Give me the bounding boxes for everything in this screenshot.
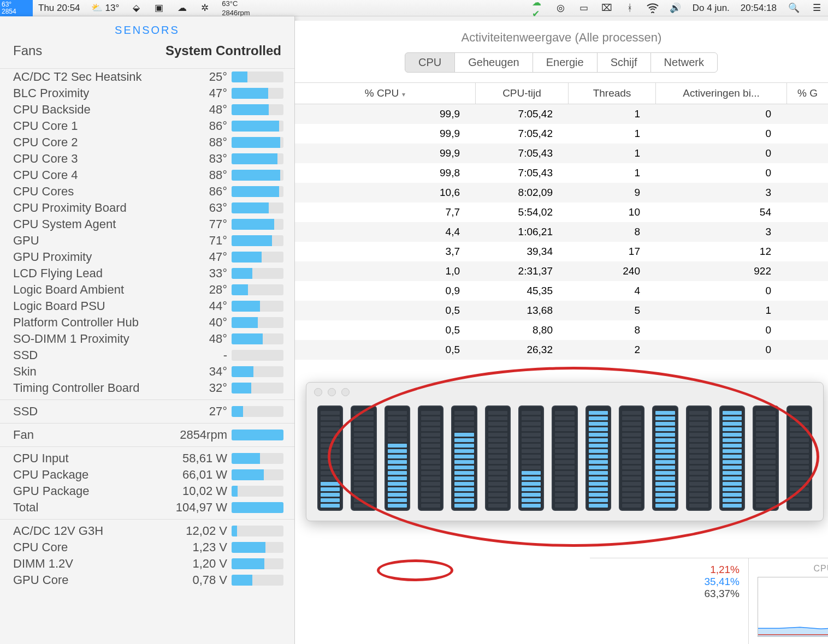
- sensor-bar: [232, 104, 283, 115]
- table-row[interactable]: 7,7 5:54,02 10 54: [295, 202, 828, 222]
- badge-rpm: 2854: [2, 8, 31, 15]
- minimize-icon[interactable]: [328, 388, 336, 396]
- cloud-sync-icon[interactable]: ☁✔: [532, 2, 544, 14]
- cell-act: 0: [655, 285, 786, 297]
- table-row[interactable]: 99,9 7:05,42 1 0: [295, 104, 828, 124]
- cpu-core-bar: [753, 406, 778, 511]
- menubar-sensor-badge[interactable]: 63° 2854: [0, 0, 33, 16]
- chevron-down-icon: ▾: [402, 91, 405, 98]
- cpu-core-bar: [418, 406, 443, 511]
- cell-act: 12: [655, 246, 786, 258]
- sensor-name: Logic Board PSU: [13, 299, 171, 313]
- sensor-row: Timing Controller Board 32°: [0, 380, 294, 396]
- sensor-bar: [232, 284, 283, 295]
- menubar-cpu-meter[interactable]: 63°C 2846rpm: [216, 0, 255, 16]
- sensor-row: GPU Core 0,78 V: [0, 572, 294, 588]
- menubar-time[interactable]: 20:54:18: [735, 3, 782, 14]
- sensor-bar: [232, 406, 283, 417]
- sensor-name: CPU Proximity Board: [13, 201, 171, 215]
- sensor-row: GPU 71°: [0, 232, 294, 249]
- sensor-bar: [232, 333, 283, 344]
- tab-netwerk[interactable]: Netwerk: [650, 52, 718, 73]
- sensor-value: 47°: [171, 250, 232, 264]
- dropbox-icon[interactable]: ⬙: [130, 2, 142, 14]
- table-row[interactable]: 0,5 13,68 5 1: [295, 301, 828, 320]
- table-row[interactable]: 0,5 8,80 8 0: [295, 320, 828, 340]
- sensor-name: BLC Proximity: [13, 86, 171, 100]
- cell-threads: 8: [568, 324, 655, 336]
- weather-temp: 13°: [105, 3, 120, 14]
- menubar: 63° 2854 Thu 20:54 ⛅ 13° ⬙ ▣ ☁ ✲ 63°C 28…: [0, 0, 828, 16]
- sensors-title: SENSORS: [0, 16, 294, 42]
- wifi-icon[interactable]: [647, 2, 659, 14]
- sensor-row: Logic Board PSU 44°: [0, 298, 294, 314]
- table-row[interactable]: 10,6 8:02,09 9 3: [295, 183, 828, 202]
- cell-time: 45,35: [475, 285, 568, 297]
- tab-cpu[interactable]: CPU: [405, 52, 455, 73]
- table-row[interactable]: 99,8 7:05,43 1 0: [295, 163, 828, 183]
- sensors-panel: SENSORS Fans System Controlled AC/DC T2 …: [0, 16, 295, 644]
- android-icon[interactable]: ◎: [555, 2, 567, 14]
- cell-cpu: 0,5: [295, 344, 475, 356]
- sensor-row: BLC Proximity 47°: [0, 85, 294, 102]
- sensor-row: DIMM 1.2V 1,20 V: [0, 556, 294, 572]
- cell-time: 26,32: [475, 344, 568, 356]
- sensor-name: GPU Proximity: [13, 250, 171, 264]
- menubar-date[interactable]: Do 4 jun.: [687, 3, 735, 14]
- sensor-row: CPU Core 1 86°: [0, 118, 294, 134]
- sensor-value: 48°: [171, 103, 232, 117]
- sensor-row: CPU Core 4 88°: [0, 167, 294, 183]
- sensor-name: Fan: [13, 428, 171, 442]
- display-icon[interactable]: ▭: [578, 2, 590, 14]
- table-row[interactable]: 3,7 39,34 17 12: [295, 242, 828, 261]
- cell-act: 0: [655, 147, 786, 159]
- close-icon[interactable]: [314, 388, 322, 396]
- cell-act: 0: [655, 324, 786, 336]
- cell-time: 7:05,43: [475, 147, 568, 159]
- table-row[interactable]: 99,9 7:05,42 1 0: [295, 124, 828, 144]
- cell-time: 7:05,42: [475, 128, 568, 140]
- col-gpu[interactable]: % G: [786, 83, 828, 104]
- menubar-weather[interactable]: ⛅ 13°: [86, 2, 125, 14]
- fans-label: Fans: [13, 43, 42, 58]
- tab-geheugen[interactable]: Geheugen: [454, 52, 533, 73]
- tab-schijf[interactable]: Schijf: [597, 52, 651, 73]
- sensor-bar: [232, 88, 283, 99]
- fan-icon[interactable]: ✲: [199, 2, 211, 14]
- sensor-name: GPU Core: [13, 573, 171, 587]
- col-cputime[interactable]: CPU-tijd: [475, 83, 568, 104]
- cell-act: 922: [655, 265, 786, 277]
- cpu-rpm: 2846rpm: [222, 9, 250, 16]
- terminal-icon[interactable]: ▣: [153, 2, 165, 14]
- sensor-bar: [232, 558, 283, 569]
- sensor-row: CPU Cores 86°: [0, 183, 294, 200]
- volume-icon[interactable]: 🔊: [670, 2, 682, 14]
- table-row[interactable]: 4,4 1:06,21 8 3: [295, 222, 828, 242]
- sensor-bar: [232, 453, 283, 464]
- fans-mode[interactable]: System Controlled: [165, 43, 281, 58]
- cpu-core-window[interactable]: [306, 382, 824, 521]
- table-row[interactable]: 0,9 45,35 4 0: [295, 281, 828, 301]
- col-activations[interactable]: Activeringen bi...: [655, 83, 786, 104]
- col-cpu[interactable]: % CPU▾: [295, 83, 475, 104]
- sensor-value: 77°: [171, 217, 232, 231]
- cell-cpu: 4,4: [295, 226, 475, 238]
- sensor-name: AC/DC T2 Sec Heatsink: [13, 70, 171, 84]
- bluetooth-icon[interactable]: ᚼ: [624, 2, 636, 14]
- window-controls[interactable]: [314, 388, 350, 396]
- table-row[interactable]: 1,0 2:31,37 240 922: [295, 261, 828, 281]
- keyboard-icon[interactable]: ⌧: [601, 2, 613, 14]
- sensor-name: SO-DIMM 1 Proximity: [13, 332, 171, 346]
- notifications-icon[interactable]: ☰: [811, 2, 823, 14]
- process-list[interactable]: 99,9 7:05,42 1 0 99,9 7:05,42 1 0 99,9 7…: [295, 104, 828, 360]
- cell-cpu: 99,9: [295, 128, 475, 140]
- col-threads[interactable]: Threads: [568, 83, 655, 104]
- table-row[interactable]: 0,5 26,32 2 0: [295, 340, 828, 360]
- tab-energie[interactable]: Energie: [533, 52, 598, 73]
- cloud-icon[interactable]: ☁: [176, 2, 188, 14]
- table-row[interactable]: 99,9 7:05,43 1 0: [295, 144, 828, 163]
- sensor-bar: [232, 202, 283, 213]
- sensor-row: LCD Flying Lead 33°: [0, 265, 294, 282]
- spotlight-icon[interactable]: 🔍: [788, 2, 800, 14]
- zoom-icon[interactable]: [341, 388, 350, 396]
